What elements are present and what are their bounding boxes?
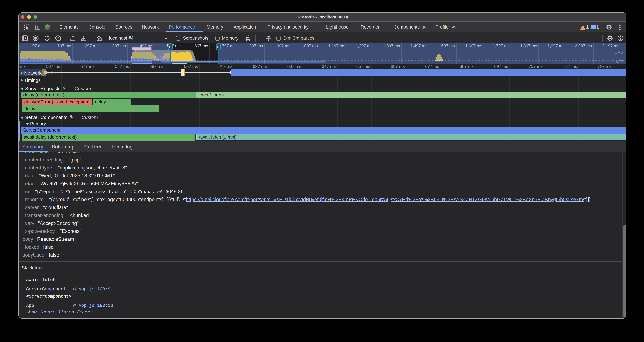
svg-text:197 ms: 197 ms xyxy=(58,44,71,48)
svg-text:2,197 ms: 2,197 ms xyxy=(602,44,619,48)
svg-text:1,997 ms: 1,997 ms xyxy=(548,44,564,48)
svg-text:1,597 ms: 1,597 ms xyxy=(438,44,455,48)
svg-text:1,397 ms: 1,397 ms xyxy=(383,44,400,48)
svg-text:1,797 ms: 1,797 ms xyxy=(493,44,510,48)
svg-text:297 ms: 297 ms xyxy=(85,44,98,48)
svg-text:897 ms: 897 ms xyxy=(250,44,263,48)
svg-text:1,497 ms: 1,497 ms xyxy=(410,44,428,48)
svg-text:697 ms: 697 ms xyxy=(194,44,208,48)
svg-text:1,897 ms: 1,897 ms xyxy=(520,44,537,48)
svg-text:1,097 ms: 1,097 ms xyxy=(301,44,318,48)
svg-text:1,197 ms: 1,197 ms xyxy=(328,44,345,48)
svg-text:797 ms: 797 ms xyxy=(222,44,236,48)
svg-text:497 ms: 497 ms xyxy=(140,44,153,48)
svg-text:1,297 ms: 1,297 ms xyxy=(356,44,372,48)
svg-text:397 ms: 397 ms xyxy=(112,44,126,48)
svg-text:97 ms: 97 ms xyxy=(32,44,44,48)
svg-text:2,097 ms: 2,097 ms xyxy=(575,44,592,48)
svg-text:CPU: CPU xyxy=(614,50,624,55)
svg-text:1,697 ms: 1,697 ms xyxy=(465,44,482,48)
svg-text:997 ms: 997 ms xyxy=(277,44,290,48)
